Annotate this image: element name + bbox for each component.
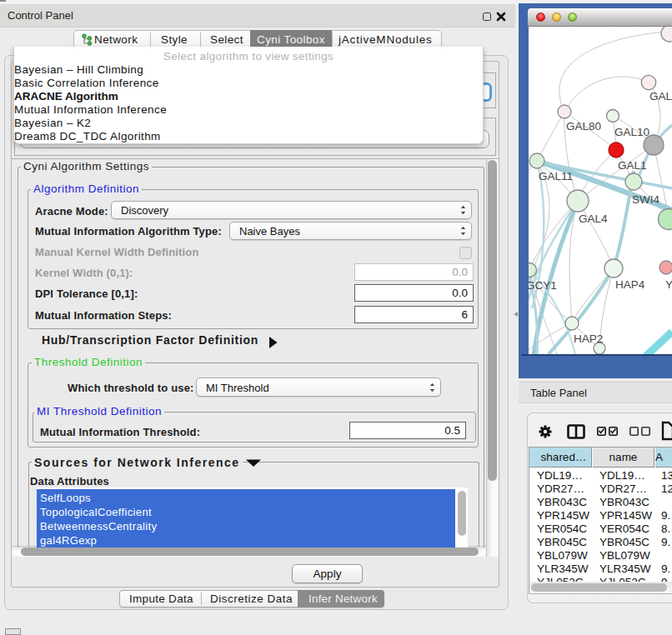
svg-text:GAL11: GAL11	[539, 170, 573, 182]
svg-text:GAL80: GAL80	[566, 120, 601, 132]
svg-text:GCY1: GCY1	[529, 279, 557, 292]
svg-text:SWI4: SWI4	[632, 193, 659, 206]
svg-text:HAP4: HAP4	[615, 278, 645, 291]
svg-text:GAL10: GAL10	[614, 126, 649, 138]
svg-text:YEL: YEL	[665, 278, 672, 291]
svg-text:HAP2: HAP2	[574, 332, 603, 345]
svg-text:GAL7: GAL7	[649, 90, 672, 102]
svg-text:GAL1: GAL1	[618, 159, 647, 172]
svg-text:GAL4: GAL4	[579, 212, 608, 225]
